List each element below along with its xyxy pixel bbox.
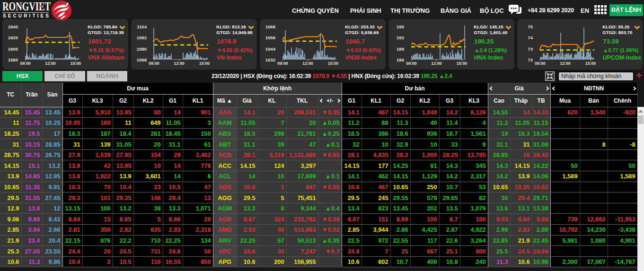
svg-text:KLGD: 813.16: KLGD: 813.16 xyxy=(216,24,246,29)
svg-text:1620: 1620 xyxy=(8,35,18,40)
svg-text:1032: 1032 xyxy=(265,57,275,62)
svg-text:72: 72 xyxy=(528,57,533,62)
svg-text:GTGD: 1,601.40: GTGD: 1,601.40 xyxy=(474,30,507,35)
svg-text:KLGD: 203.33: KLGD: 203.33 xyxy=(345,24,374,29)
svg-text:1104: 1104 xyxy=(137,24,147,29)
svg-text:1044: 1044 xyxy=(265,46,276,52)
svg-text:▼9.15 (0.57%): ▼9.15 (0.57%) xyxy=(88,47,124,53)
svg-text:1078.9: 1078.9 xyxy=(217,38,236,45)
svg-text:195: 195 xyxy=(397,24,405,29)
svg-text:UPCOM-Index: UPCOM-Index xyxy=(603,54,641,61)
svg-text:VN-Index: VN-Index xyxy=(217,54,242,61)
svg-text:VNX-Allshare: VNX-Allshare xyxy=(88,54,124,61)
svg-text:1640: 1640 xyxy=(8,24,18,29)
svg-text:GTGD: 13,719.38: GTGD: 13,719.38 xyxy=(88,30,124,35)
svg-text:▲2.4 (1.28%): ▲2.4 (1.28%) xyxy=(474,47,507,53)
svg-text:73.59: 73.59 xyxy=(603,38,619,45)
svg-text:186: 186 xyxy=(397,57,404,62)
svg-text:1068: 1068 xyxy=(265,24,276,29)
svg-text:1056: 1056 xyxy=(265,35,275,40)
svg-text:KLGD: 55.25: KLGD: 55.25 xyxy=(602,24,630,29)
svg-text:1580: 1580 xyxy=(8,57,18,62)
svg-text:189: 189 xyxy=(397,46,404,52)
svg-text:▼6.53 (0.62%): ▼6.53 (0.62%) xyxy=(345,47,381,53)
svg-text:190.25: 190.25 xyxy=(474,38,494,45)
svg-text:73: 73 xyxy=(528,46,533,52)
svg-text:KLGD: 145.15: KLGD: 145.15 xyxy=(474,24,503,29)
svg-text:1601.72: 1601.72 xyxy=(88,38,111,45)
svg-text:HNX-Index: HNX-Index xyxy=(474,54,503,61)
svg-text:▲0.77 (1.06%): ▲0.77 (1.06%) xyxy=(603,47,638,53)
svg-text:KLGD: 765.84: KLGD: 765.84 xyxy=(88,24,117,29)
svg-text:75: 75 xyxy=(528,24,533,29)
svg-text:VN30-Index: VN30-Index xyxy=(345,54,377,61)
svg-text:1080: 1080 xyxy=(137,46,147,52)
svg-text:1600: 1600 xyxy=(8,46,18,52)
svg-text:192: 192 xyxy=(397,35,404,40)
svg-text:1092: 1092 xyxy=(137,35,147,40)
svg-text:GTGD: 14,949.98: GTGD: 14,949.98 xyxy=(216,30,253,35)
svg-text:▼4.55 (0.42%): ▼4.55 (0.42%) xyxy=(217,47,252,53)
svg-text:GTGD: 5,936.69: GTGD: 5,936.69 xyxy=(345,30,379,35)
svg-text:1068: 1068 xyxy=(137,57,147,62)
svg-text:GTGD: 803.70: GTGD: 803.70 xyxy=(602,30,632,35)
svg-text:74: 74 xyxy=(528,35,533,40)
svg-text:1045.7: 1045.7 xyxy=(345,38,365,45)
